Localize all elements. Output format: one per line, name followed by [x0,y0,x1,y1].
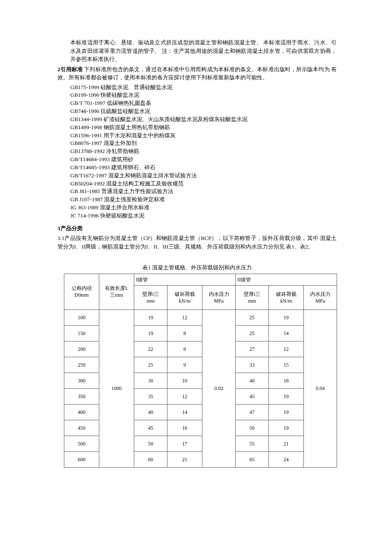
standard-item: GB8076-1997 混凝土外加剂 [70,139,337,147]
section-3-title: 3产品分类 [58,225,83,231]
standards-list: GB175-1999 硅酸盐水泥、普通硅酸盐水泥 GB199-1990 快硬硅酸… [70,84,337,220]
col-load-1: 破坏荷载 kN/m [167,285,202,309]
standard-item: GB748-1996 抗硫酸盐硅酸盐水泥 [70,107,337,116]
standard-item: GB J107-1987 混凝土强度检验评定标准 [70,196,337,204]
group-1-head: I级管 [134,274,236,285]
table-header-row: 公称内径 D0mm 有效长度L 三mm I级管 II级管 [64,274,337,285]
group-2-head: II级管 [236,274,337,285]
table-caption: 表1 混凝土管规格、外压荷载级别和内水压力 [58,263,337,272]
col-diameter-head: 公称内径 D0mm [64,274,99,309]
standard-item: GB/T14684-1993 建筑用砂 [70,156,337,164]
col-load-2: 破坏荷载 kN/m [269,285,304,309]
col-length-head: 有效长度L 三mm [99,274,134,309]
spec-table: 公称内径 D0mm 有效长度L 三mm I级管 II级管 壁厚t三 mm 破坏荷… [64,274,337,468]
standard-item: GB/T 701-1997 低碳钢热轧圆盘条 [70,99,337,107]
intro-paragraph: 本标准适用于离心、悬辊、振动及立式挤压成型的混凝土管和钢筋混凝土管。 本标准适用… [70,38,337,64]
standard-item: JG J63-1989 混凝土拌合用水标准 [70,204,337,212]
standard-item: GB/T14685-1993 建筑用卵石、碎石 [70,164,337,172]
table-body: 100 1000 19 12 0.02 25 19 0.04 150 19 8 … [64,309,337,467]
standard-item: GB J81-1985 普通混凝土力学性能试验方法 [70,188,337,196]
standard-item: GB175-1999 硅酸盐水泥、普通硅酸盐水泥 [70,84,337,92]
col-press-2: 内水压力 MPa [304,285,337,309]
col-wall-1: 壁厚t三 mm [134,285,167,309]
section-3-text: 3.1产品按有无钢筋分为混凝土管（CP）和钢筋混凝土管（RCP），以下简称管子，… [58,234,337,251]
standard-item: GB/T1672-1997 混凝土和钢筋混凝土排水管试验方法 [70,172,337,180]
pressure-2-cell: 0.04 [304,309,337,467]
section-2-text: 下列标准所包含的条文，通过在本标准中引用而构成为本标准的条文。本标准出版时，所示… [58,66,337,81]
table-row: 100 1000 19 12 0.02 25 19 0.04 [64,309,337,325]
section-2: 2引用标准 下列标准所包含的条文，通过在本标准中引用而构成为本标准的条文。本标准… [58,65,337,82]
standard-item: GB1596-1991 用于水泥和混凝土中的粉煤灰 [70,132,337,140]
standard-item: GB50204-1992 混凝土结构工程施工及验收规范 [70,180,337,188]
pressure-1-cell: 0.02 [202,309,236,467]
standard-item: GB1344-1999 矿渣硅酸盐水泥、火山灰质硅酸盐水泥及粉煤灰硅酸盐水泥 [70,116,337,124]
standard-item: GB13788-1992 冷轧带肋钢筋 [70,147,337,156]
standard-item: GB1499-1998 钢筋混凝土用热轧带肋钢筋 [70,124,337,132]
section-2-title: 2引用标准 [58,66,83,72]
standard-item: JC 714-1996 快硬硫铝酸盐水泥 [70,212,337,220]
col-press-1: 内水压力 MPa [202,285,236,309]
length-cell: 1000 [99,309,134,467]
standard-item: GB199-1990 快硬硅酸盐水泥 [70,91,337,99]
col-wall-2: 壁厚t三 mm [236,285,269,309]
